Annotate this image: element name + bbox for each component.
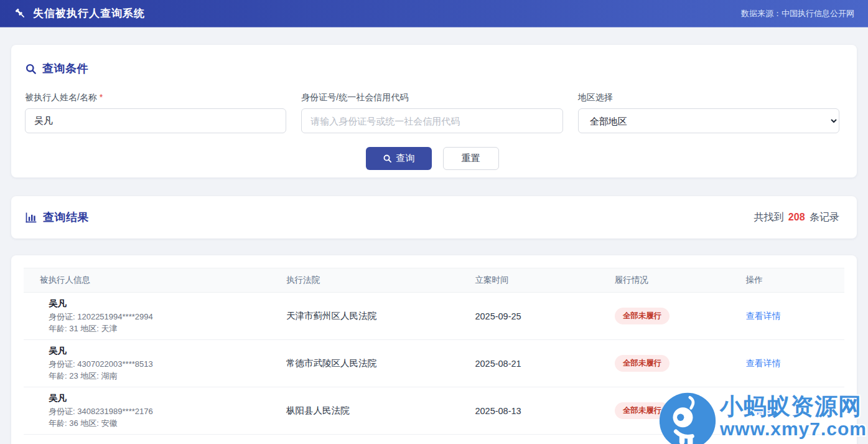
search-icon [25,63,37,75]
court-cell: 天津市蓟州区人民法院 [286,310,475,322]
page-content: 查询条件 被执行人姓名/名称 * 身份证号/统一社会信用代码 地区选择 全部地区 [0,27,868,444]
debtor-name-input[interactable] [25,108,286,133]
court-cell: 常德市武陵区人民法院 [286,357,475,369]
region-field: 地区选择 全部地区 [578,92,839,133]
status-cell: 全部未履行 [615,402,746,419]
status-cell: 全部未履行 [615,355,746,372]
record-count-prefix: 共找到 [754,212,783,222]
status-badge: 全部未履行 [615,402,670,419]
region-label: 地区选择 [578,92,839,103]
action-cell: 查看详情 [746,311,844,322]
record-count-number: 208 [788,212,805,222]
query-form: 被执行人姓名/名称 * 身份证号/统一社会信用代码 地区选择 全部地区 [25,92,839,133]
table-row: 吴凡 身份证: 3408231989****2176 年龄: 36 地区: 安徽… [24,387,844,435]
results-section-title: 查询结果 [25,210,89,225]
col-header-debtor-info: 被执行人信息 [24,275,286,286]
debtor-name-field: 被执行人姓名/名称 * [25,92,286,133]
action-cell: 查看详情 [746,358,844,369]
query-buttons: 查询 重置 [25,147,839,170]
filing-date-cell: 2025-08-13 [475,406,614,416]
debtor-id: 身份证: 1202251994****2994 [49,311,286,323]
table-row: 吴凡 身份证: 1202251994****2994 年龄: 31 地区: 天津… [24,293,844,340]
debtor-info-cell: 吴凡 身份证: 4307022003****8513 年龄: 23 地区: 湖南 [24,345,286,382]
bar-chart-icon [25,211,37,224]
region-select[interactable]: 全部地区 [578,108,839,133]
view-details-link[interactable]: 查看详情 [746,405,781,415]
id-number-field: 身份证号/统一社会信用代码 [301,92,562,133]
status-cell: 全部未履行 [615,308,746,324]
reset-button[interactable]: 重置 [443,147,499,170]
col-header-court: 执行法院 [286,275,475,286]
debtor-name: 吴凡 [49,298,286,309]
results-table-card: 被执行人信息 执行法院 立案时间 履行情况 操作 吴凡 身份证: 1202251… [11,255,857,444]
query-section-title: 查询条件 [25,61,839,76]
table-header-row: 被执行人信息 执行法院 立案时间 履行情况 操作 [24,268,844,293]
debtor-meta: 年龄: 23 地区: 湖南 [49,371,286,382]
view-details-link[interactable]: 查看详情 [746,358,781,368]
filing-date-cell: 2025-08-21 [475,359,614,369]
debtor-name-label: 被执行人姓名/名称 * [25,92,286,103]
results-summary-card: 查询结果 共找到 208 条记录 [11,196,857,239]
debtor-info-cell: 吴凡 身份证: 3408231989****2176 年龄: 36 地区: 安徽 [24,392,286,430]
app-title: 失信被执行人查询系统 [33,6,145,21]
col-header-filing-date: 立案时间 [475,275,614,286]
id-number-label: 身份证号/统一社会信用代码 [301,92,562,103]
debtor-name: 吴凡 [49,392,286,404]
debtor-name-label-text: 被执行人姓名/名称 [25,92,97,102]
query-conditions-card: 查询条件 被执行人姓名/名称 * 身份证号/统一社会信用代码 地区选择 全部地区 [11,45,857,177]
debtor-id: 身份证: 3408231989****2176 [49,406,286,418]
debtor-id: 身份证: 4307022003****8513 [49,359,286,371]
id-number-input[interactable] [301,108,562,133]
action-cell: 查看详情 [746,405,844,417]
filing-date-cell: 2025-09-25 [475,311,614,321]
required-asterisk: * [100,92,103,102]
results-section-title-text: 查询结果 [43,210,89,225]
search-button[interactable]: 查询 [366,147,432,170]
col-header-actions: 操作 [746,275,844,286]
status-badge: 全部未履行 [615,308,670,324]
col-header-status: 履行情况 [615,275,746,286]
debtor-meta: 年龄: 36 地区: 安徽 [49,418,286,430]
query-section-title-text: 查询条件 [42,61,88,76]
status-badge: 全部未履行 [615,355,670,372]
search-button-icon [383,154,392,163]
debtor-info-cell: 吴凡 身份证: 1202251994****2994 年龄: 31 地区: 天津 [24,298,286,335]
gavel-icon [14,7,27,20]
table-row: 吴凡 身份证: 4307022003****8513 年龄: 23 地区: 湖南… [24,340,844,387]
search-button-label: 查询 [396,153,415,164]
view-details-link[interactable]: 查看详情 [746,311,781,321]
debtor-meta: 年龄: 31 地区: 天津 [49,323,286,335]
record-count: 共找到 208 条记录 [754,211,839,224]
data-source-note: 数据来源：中国执行信息公开网 [741,8,854,19]
record-count-suffix: 条记录 [810,212,839,222]
court-cell: 枞阳县人民法院 [286,405,475,417]
debtor-name: 吴凡 [49,345,286,357]
app-header: 失信被执行人查询系统 数据来源：中国执行信息公开网 [0,0,868,27]
